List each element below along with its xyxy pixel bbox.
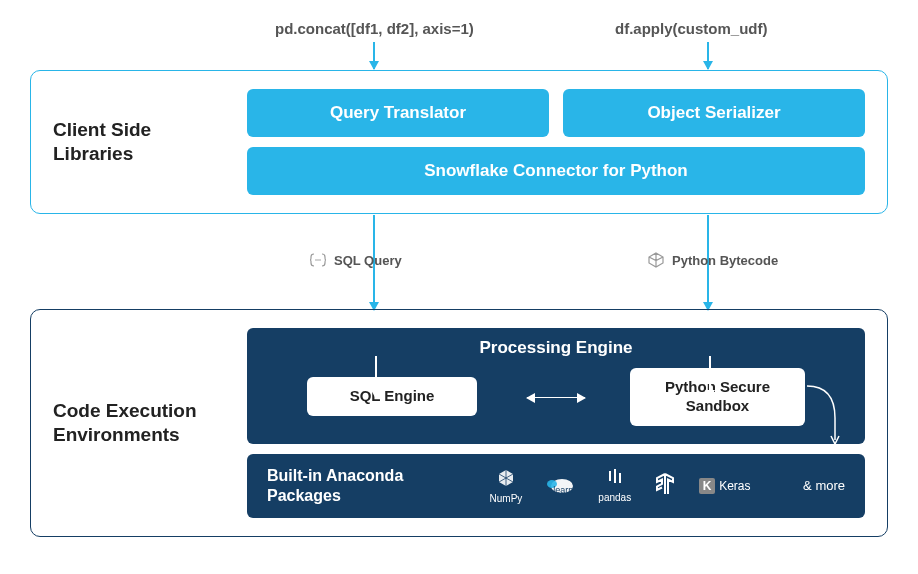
sklearn-text: learn — [553, 485, 573, 495]
engines-row: SQL Engine Python Secure Sandbox — [267, 368, 845, 426]
anaconda-label: Built-in Anaconda Packages — [267, 466, 437, 506]
object-serializer-box: Object Serializer — [563, 89, 865, 137]
cube-icon — [648, 252, 664, 268]
sklearn-logo: learn — [546, 476, 574, 495]
client-row-bottom: Snowflake Connector for Python — [247, 147, 865, 195]
arrow-into-sql — [375, 356, 377, 398]
snowflake-connector-box: Snowflake Connector for Python — [247, 147, 865, 195]
bidirectional-arrow — [527, 397, 585, 399]
svg-rect-6 — [614, 469, 616, 483]
code-label-concat: pd.concat([df1, df2], axis=1) — [275, 20, 474, 37]
arrow-into-python — [709, 356, 711, 398]
keras-text: Keras — [719, 479, 750, 493]
query-translator-box: Query Translator — [247, 89, 549, 137]
code-label-apply: df.apply(custom_udf) — [615, 20, 768, 37]
client-row-top: Query Translator Object Serializer — [247, 89, 865, 137]
sql-query-text: SQL Query — [334, 253, 402, 268]
bytecode-text: Python Bytecode — [672, 253, 778, 268]
exec-section-title: Code Execution Environments — [53, 399, 223, 447]
keras-logo: K Keras — [699, 478, 750, 494]
arrow-top-left — [373, 42, 375, 69]
python-sandbox-box: Python Secure Sandbox — [630, 368, 805, 426]
sql-query-label: SQL Query — [310, 252, 402, 268]
client-side-section: Client Side Libraries Query Translator O… — [30, 70, 888, 214]
svg-rect-7 — [619, 473, 621, 483]
bytecode-label: Python Bytecode — [648, 252, 778, 268]
processing-engine-block: Processing Engine SQL Engine Python Secu… — [247, 328, 865, 444]
processing-engine-title: Processing Engine — [267, 338, 845, 358]
svg-point-2 — [319, 259, 321, 261]
numpy-icon — [496, 468, 516, 491]
svg-point-1 — [317, 259, 319, 261]
anaconda-block: Built-in Anaconda Packages NumPy learn — [247, 454, 865, 518]
svg-point-0 — [315, 259, 317, 261]
tensorflow-icon — [655, 473, 675, 498]
exec-section-body: Processing Engine SQL Engine Python Secu… — [247, 328, 865, 518]
exec-section: Code Execution Environments Processing E… — [30, 309, 888, 537]
svg-rect-5 — [609, 471, 611, 481]
logos-row: NumPy learn pandas — [455, 468, 785, 504]
pandas-text: pandas — [598, 492, 631, 503]
more-text: & more — [803, 478, 845, 493]
client-section-title: Client Side Libraries — [53, 118, 223, 166]
keras-icon: K — [699, 478, 715, 494]
client-section-body: Query Translator Object Serializer Snowf… — [247, 89, 865, 195]
pandas-icon — [607, 469, 623, 490]
tensorflow-logo — [655, 473, 675, 498]
sql-engine-box: SQL Engine — [307, 377, 477, 416]
curve-arrow-sandbox-to-anaconda — [807, 368, 857, 438]
braces-icon — [310, 252, 326, 268]
numpy-text: NumPy — [490, 493, 523, 504]
arrow-top-right — [707, 42, 709, 69]
numpy-logo: NumPy — [490, 468, 523, 504]
pandas-logo: pandas — [598, 469, 631, 503]
